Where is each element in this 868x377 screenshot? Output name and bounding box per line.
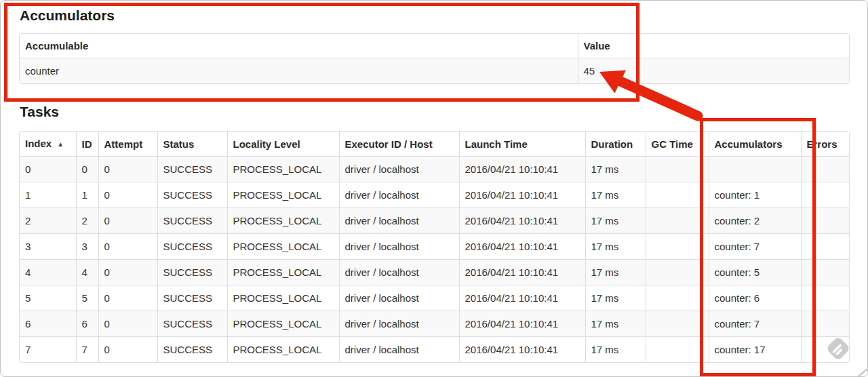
cell-id: 5 — [76, 285, 98, 311]
column-header-launch-time[interactable]: Launch Time — [459, 132, 585, 157]
cell-accumulators: counter: 7 — [709, 311, 801, 337]
cell-id: 1 — [76, 182, 98, 208]
sort-ascending-icon: ▲ — [57, 140, 64, 148]
cell-id: 7 — [76, 337, 98, 363]
cell-errors — [801, 208, 850, 234]
cell-locality: PROCESS_LOCAL — [227, 260, 339, 285]
cell-executor: driver / localhost — [339, 311, 459, 337]
cell-executor: driver / localhost — [339, 208, 459, 234]
cell-status: SUCCESS — [157, 337, 227, 363]
cell-gc-time — [646, 311, 709, 337]
cell-attempt: 0 — [98, 311, 157, 337]
cell-index: 1 — [20, 182, 76, 208]
column-header-gc-time[interactable]: GC Time — [646, 132, 709, 157]
cell-locality: PROCESS_LOCAL — [227, 208, 339, 234]
cell-attempt: 0 — [98, 157, 157, 182]
column-header-index[interactable]: Index▲ — [20, 132, 76, 157]
accumulators-heading: Accumulators — [20, 7, 850, 24]
column-header-duration[interactable]: Duration — [585, 132, 646, 157]
cell-index: 7 — [20, 337, 76, 363]
cell-executor: driver / localhost — [339, 234, 459, 260]
cell-launch-time: 2016/04/21 10:10:41 — [459, 208, 585, 234]
cell-duration: 17 ms — [585, 285, 646, 311]
column-header-accumulators[interactable]: Accumulators — [709, 132, 801, 157]
cell-errors — [801, 311, 850, 337]
corner-mark — [857, 368, 868, 377]
cell-duration: 17 ms — [585, 157, 646, 182]
cell-id: 6 — [76, 311, 98, 337]
cell-index: 0 — [20, 157, 76, 182]
cell-index: 2 — [20, 208, 76, 234]
table-row: 2 2 0 SUCCESS PROCESS_LOCAL driver / loc… — [20, 208, 850, 234]
cell-accumulators: counter: 5 — [709, 260, 801, 285]
cell-executor: driver / localhost — [339, 182, 459, 208]
cell-index: 4 — [20, 260, 76, 285]
cell-attempt: 0 — [98, 285, 157, 311]
cell-index: 3 — [20, 234, 76, 260]
cell-accumulators: counter: 7 — [709, 234, 801, 260]
cell-status: SUCCESS — [157, 182, 227, 208]
cell-id: 3 — [76, 234, 98, 260]
cell-duration: 17 ms — [585, 260, 646, 285]
tasks-header-row: Index▲ ID Attempt Status Locality Level … — [20, 132, 850, 157]
cell-gc-time — [646, 157, 709, 182]
tasks-table: Index▲ ID Attempt Status Locality Level … — [19, 131, 850, 363]
cell-executor: driver / localhost — [339, 337, 459, 363]
cell-attempt: 0 — [98, 234, 157, 260]
cell-accumulators — [709, 157, 801, 182]
cell-accumulators: counter: 1 — [709, 182, 801, 208]
cell-status: SUCCESS — [157, 311, 227, 337]
cell-locality: PROCESS_LOCAL — [227, 311, 339, 337]
cell-launch-time: 2016/04/21 10:10:41 — [459, 311, 585, 337]
cell-id: 2 — [76, 208, 98, 234]
cell-status: SUCCESS — [157, 260, 227, 285]
column-header-accumulable[interactable]: Accumulable — [20, 34, 578, 58]
cell-gc-time — [646, 208, 709, 234]
column-header-value[interactable]: Value — [578, 34, 850, 58]
tasks-heading: Tasks — [20, 104, 850, 120]
cell-launch-time: 2016/04/21 10:10:41 — [459, 285, 585, 311]
cell-gc-time — [646, 182, 709, 208]
column-header-executor-id-host[interactable]: Executor ID / Host — [339, 132, 459, 157]
cell-launch-time: 2016/04/21 10:10:41 — [459, 234, 585, 260]
column-header-errors[interactable]: Errors — [801, 132, 850, 157]
column-header-locality-level[interactable]: Locality Level — [227, 132, 339, 157]
cell-duration: 17 ms — [585, 311, 646, 337]
table-row: 0 0 0 SUCCESS PROCESS_LOCAL driver / loc… — [20, 157, 850, 182]
column-header-id[interactable]: ID — [76, 132, 98, 157]
table-row: 7 7 0 SUCCESS PROCESS_LOCAL driver / loc… — [20, 337, 850, 363]
cell-status: SUCCESS — [157, 208, 227, 234]
table-row: 6 6 0 SUCCESS PROCESS_LOCAL driver / loc… — [20, 311, 850, 337]
cell-errors — [801, 182, 850, 208]
accumulable-name-cell: counter — [20, 58, 578, 84]
cell-locality: PROCESS_LOCAL — [227, 157, 339, 182]
cell-gc-time — [646, 337, 709, 363]
cell-id: 0 — [76, 157, 98, 182]
cell-gc-time — [646, 260, 709, 285]
column-header-attempt[interactable]: Attempt — [98, 132, 157, 157]
cell-duration: 17 ms — [585, 208, 646, 234]
cell-duration: 17 ms — [585, 337, 646, 363]
cell-locality: PROCESS_LOCAL — [227, 234, 339, 260]
cell-executor: driver / localhost — [339, 260, 459, 285]
table-row: counter 45 — [20, 58, 850, 84]
cell-launch-time: 2016/04/21 10:10:41 — [459, 157, 585, 182]
accumulable-value-cell: 45 — [578, 58, 850, 84]
cell-accumulators: counter: 17 — [709, 337, 801, 363]
table-row: 5 5 0 SUCCESS PROCESS_LOCAL driver / loc… — [20, 285, 850, 311]
cell-duration: 17 ms — [585, 234, 646, 260]
cell-launch-time: 2016/04/21 10:10:41 — [459, 182, 585, 208]
cell-attempt: 0 — [98, 182, 157, 208]
column-header-status[interactable]: Status — [157, 132, 227, 157]
cell-locality: PROCESS_LOCAL — [227, 337, 339, 363]
cell-executor: driver / localhost — [339, 285, 459, 311]
cell-errors — [801, 285, 850, 311]
cell-duration: 17 ms — [585, 182, 646, 208]
cell-locality: PROCESS_LOCAL — [227, 182, 339, 208]
cell-attempt: 0 — [98, 337, 157, 363]
cell-errors — [801, 157, 850, 182]
cell-errors — [801, 260, 850, 285]
cell-gc-time — [646, 285, 709, 311]
accumulators-table: Accumulable Value counter 45 — [19, 33, 850, 84]
cell-errors — [801, 234, 850, 260]
